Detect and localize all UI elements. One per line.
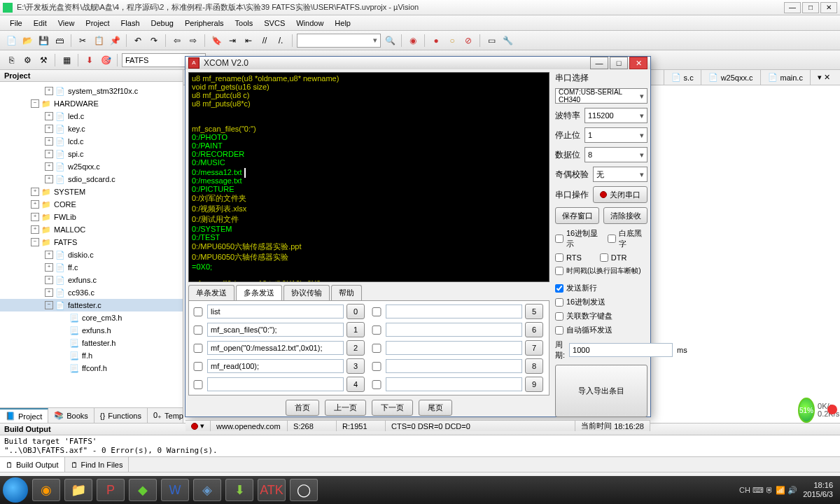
send-check[interactable] — [192, 307, 204, 316]
send-input[interactable] — [386, 323, 522, 337]
tree-node-fattester-h[interactable]: 📃fattester.h — [0, 337, 183, 349]
tree-node-core_cm3-h[interactable]: 📃core_cm3.h — [0, 312, 183, 324]
debug-button[interactable]: ◉ — [406, 34, 420, 48]
tree-node-spi-c[interactable]: +📄spi.c — [0, 148, 183, 160]
editor-tab[interactable]: 📄s.c — [664, 70, 701, 85]
send-button-3[interactable]: 3 — [346, 358, 365, 374]
tree-node-led-c[interactable]: +📄led.c — [0, 110, 183, 122]
tree-node-FWLib[interactable]: +📁FWLib — [0, 211, 183, 223]
send-button-6[interactable]: 6 — [525, 322, 543, 337]
send-check[interactable] — [192, 380, 204, 389]
download-button[interactable]: ⬇ — [83, 53, 97, 67]
send-button-2[interactable]: 2 — [346, 340, 365, 356]
xcom-close-button[interactable]: ✕ — [629, 57, 648, 69]
send-button-9[interactable]: 9 — [525, 377, 543, 392]
taskbar-app-3[interactable]: ◈ — [193, 479, 221, 501]
baud-select[interactable]: 115200 — [584, 108, 648, 123]
menu-tools[interactable]: Tools — [230, 18, 259, 29]
taskbar-powerpoint[interactable]: P — [97, 479, 125, 501]
outdent-button[interactable]: ⇤ — [241, 34, 255, 48]
editor-tab[interactable]: 📄w25qxx.c — [701, 70, 760, 85]
send-button-8[interactable]: 8 — [525, 358, 543, 374]
panel-tab-project[interactable]: 📘Project — [0, 408, 48, 423]
menu-help[interactable]: Help — [329, 18, 356, 29]
send-button-0[interactable]: 0 — [346, 304, 365, 319]
output-tab[interactable]: 🗒Find In Files — [65, 457, 130, 472]
tree-node-sdio_sdcard-c[interactable]: +📄sdio_sdcard.c — [0, 173, 183, 186]
project-tree[interactable]: +📄system_stm32f10x.c−📁HARDWARE+📄led.c+📄k… — [0, 82, 183, 407]
send-input[interactable] — [207, 323, 344, 337]
menu-edit[interactable]: Edit — [28, 18, 52, 29]
tree-node-lcd-c[interactable]: +📄lcd.c — [0, 135, 183, 148]
editor-tab[interactable]: 📄main.c — [760, 70, 810, 85]
translate-button[interactable]: ⎘ — [4, 53, 18, 67]
maximize-button[interactable]: □ — [802, 2, 819, 13]
panel-tab-functions[interactable]: {}Functions — [94, 408, 148, 423]
send-input[interactable] — [386, 341, 522, 355]
breakpoint-kill-button[interactable]: ⊘ — [461, 34, 475, 48]
nav-back-button[interactable]: ⇦ — [170, 34, 184, 48]
send-button-1[interactable]: 1 — [346, 322, 365, 337]
send-input[interactable] — [207, 377, 344, 391]
xcom-maximize-button[interactable]: □ — [610, 57, 628, 69]
close-button[interactable]: ✕ — [820, 2, 837, 13]
databit-select[interactable]: 8 — [584, 147, 648, 162]
tree-node-fattester-c[interactable]: −📄fattester.c — [0, 299, 183, 312]
batch-build-button[interactable]: ▦ — [59, 53, 74, 67]
save-button[interactable]: 💾 — [36, 34, 50, 48]
menu-peripherals[interactable]: Peripherals — [179, 18, 230, 29]
cut-button[interactable]: ✂ — [76, 34, 90, 48]
config-button[interactable]: 🔧 — [500, 34, 514, 48]
tree-node-ff-h[interactable]: 📃ff.h — [0, 349, 183, 362]
taskbar-app-4[interactable]: ⬇ — [225, 479, 253, 501]
menu-window[interactable]: Window — [290, 18, 329, 29]
indent-button[interactable]: ⇥ — [225, 34, 239, 48]
tree-node-ffconf-h[interactable]: 📃ffconf.h — [0, 362, 183, 374]
menu-file[interactable]: File — [4, 18, 28, 29]
tree-node-ff-c[interactable]: +📄ff.c — [0, 261, 183, 274]
menu-project[interactable]: Project — [80, 18, 115, 29]
send-check[interactable] — [370, 362, 383, 371]
send-input[interactable] — [386, 377, 522, 391]
send-input[interactable] — [207, 304, 344, 318]
build-button[interactable]: ⚙ — [20, 53, 34, 67]
send-input[interactable] — [386, 304, 522, 318]
tree-node-MALLOC[interactable]: +📁MALLOC — [0, 223, 183, 236]
uncomment-button[interactable]: /. — [274, 34, 288, 48]
output-tab[interactable]: 🗒Build Output — [0, 457, 65, 472]
taskbar-xcom[interactable]: ATK — [258, 479, 286, 501]
send-input[interactable] — [386, 359, 522, 373]
send-button-4[interactable]: 4 — [346, 377, 365, 392]
tree-node-HARDWARE[interactable]: −📁HARDWARE — [0, 97, 183, 110]
tree-node-exfuns-c[interactable]: +📄exfuns.c — [0, 274, 183, 286]
dtr-check[interactable]: DTR — [600, 253, 627, 262]
tree-node-CORE[interactable]: +📁CORE — [0, 198, 183, 211]
menu-flash[interactable]: Flash — [115, 18, 146, 29]
panel-tab-books[interactable]: 📚Books — [48, 408, 94, 423]
send-button-7[interactable]: 7 — [525, 340, 543, 356]
send-opt-check[interactable]: 16进制发送 — [555, 297, 648, 307]
xcom-tab-1[interactable]: 多条发送 — [236, 285, 282, 300]
taskbar-app-2[interactable]: ◆ — [129, 479, 157, 501]
tree-node-cc936-c[interactable]: +📄cc936.c — [0, 286, 183, 299]
hex-display-check[interactable]: 16进制显示 — [555, 228, 603, 249]
send-input[interactable] — [207, 359, 344, 373]
build-output-body[interactable]: Build target 'FATFS' "..\OBJ\FATFS.axf" … — [0, 435, 840, 456]
xcom-terminal[interactable]: u8 mf_rename(u8 *oldname,u8* newname)voi… — [188, 72, 550, 282]
find-button[interactable]: 🔍 — [383, 34, 397, 48]
send-input[interactable] — [207, 341, 344, 355]
send-button-5[interactable]: 5 — [525, 304, 543, 319]
send-check[interactable] — [192, 362, 204, 371]
parity-select[interactable]: 无 — [593, 167, 648, 182]
send-check[interactable] — [192, 344, 204, 353]
tray-clock[interactable]: 18:16 2015/6/3 — [803, 481, 837, 499]
tree-node-SYSTEM[interactable]: +📁SYSTEM — [0, 186, 183, 198]
rts-check[interactable]: RTS — [555, 253, 582, 262]
taskbar-explorer[interactable]: 📁 — [64, 479, 92, 501]
whitebg-check[interactable]: 白底黑字 — [608, 228, 648, 249]
save-window-button[interactable]: 保存窗口 — [555, 207, 599, 224]
taskbar-word[interactable]: W — [161, 479, 189, 501]
port-toggle-button[interactable]: 关闭串口 — [593, 186, 648, 203]
tray-ime[interactable]: CH ⌨ ⛨ 📶 🔊 — [739, 486, 797, 495]
send-check[interactable] — [370, 344, 383, 353]
